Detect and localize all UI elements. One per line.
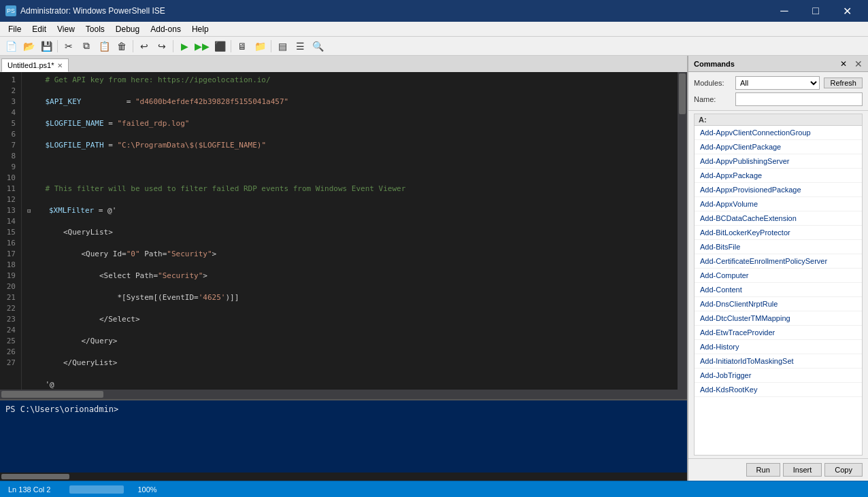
- sep3: [173, 40, 173, 52]
- command-item[interactable]: Add-JobTrigger: [695, 369, 862, 383]
- command-item[interactable]: Add-Computer: [695, 269, 862, 283]
- command-item[interactable]: Add-CertificateEnrollmentPolicyServer: [695, 254, 862, 269]
- command-item[interactable]: Add-History: [695, 340, 862, 354]
- command-item[interactable]: Add-BitLockerKeyProtector: [695, 226, 862, 240]
- commands-close-button[interactable]: ✕: [854, 58, 863, 69]
- menu-help[interactable]: Help: [186, 23, 214, 35]
- commands-filters: Modules: All Refresh Name:: [688, 72, 868, 111]
- zoom-button[interactable]: 🔍: [310, 39, 326, 54]
- refresh-button[interactable]: Refresh: [824, 78, 863, 88]
- command-item[interactable]: Add-InitiatorIdToMaskingSet: [695, 354, 862, 369]
- commands-list[interactable]: A: Add-AppvClientConnectionGroup Add-App…: [694, 114, 863, 456]
- editor-pane: Untitled1.ps1* ✕ 12345 678910 1112131415…: [0, 56, 688, 481]
- menu-addons[interactable]: Add-ons: [145, 23, 186, 35]
- modules-label: Modules:: [694, 79, 731, 87]
- show-commands-button[interactable]: ☰: [292, 39, 308, 54]
- show-script-button[interactable]: ▤: [274, 39, 290, 54]
- toolbar: 📄 📂 💾 ✂ ⧉ 📋 🗑 ↩ ↪ ▶ ▶▶ ⬛ 🖥 📁 ▤ ☰ 🔍: [0, 37, 868, 56]
- command-item[interactable]: Add-DnsClientNrptRule: [695, 297, 862, 311]
- command-item[interactable]: Add-BitsFile: [695, 240, 862, 254]
- name-filter-row: Name:: [694, 92, 863, 106]
- commands-footer: Run Insert Copy: [688, 458, 868, 481]
- menu-file[interactable]: File: [3, 23, 27, 35]
- console-horizontal-scrollbar[interactable]: [0, 473, 687, 481]
- cut-button[interactable]: ✂: [61, 39, 77, 54]
- window-title: Administrator: Windows PowerShell ISE: [20, 6, 769, 16]
- tab-label: Untitled1.ps1*: [7, 61, 54, 69]
- line-col-status: Ln 138 Col 2: [8, 485, 50, 494]
- new-remote-button[interactable]: 🖥: [234, 39, 250, 54]
- sep2: [133, 40, 133, 52]
- maximize-button[interactable]: □: [800, 0, 831, 22]
- open-button[interactable]: 📂: [20, 39, 37, 54]
- run-command-button[interactable]: Run: [746, 463, 780, 477]
- menu-bar: File Edit View Tools Debug Add-ons Help: [0, 22, 868, 37]
- stop-button[interactable]: ⬛: [212, 39, 228, 54]
- name-input[interactable]: [735, 92, 863, 106]
- clear-button[interactable]: 🗑: [114, 39, 130, 54]
- command-item[interactable]: Add-AppxProvisionedPackage: [695, 183, 862, 197]
- command-item[interactable]: Add-AppxVolume: [695, 197, 862, 211]
- run-button[interactable]: ▶: [176, 39, 193, 54]
- console-prompt: PS C:\Users\orionadmin>: [5, 405, 118, 414]
- commands-section-label: A:: [695, 114, 862, 126]
- menu-view[interactable]: View: [52, 23, 80, 35]
- run-selection-button[interactable]: ▶▶: [194, 39, 210, 54]
- copy-button[interactable]: ⧉: [78, 39, 95, 54]
- commands-header: Commands ✕ ✕: [688, 56, 868, 72]
- copy-command-button[interactable]: Copy: [824, 463, 863, 477]
- commands-panel: Commands ✕ ✕ Modules: All Refresh Name: …: [688, 56, 868, 481]
- menu-debug[interactable]: Debug: [110, 23, 145, 35]
- zoom-level: 100%: [137, 485, 156, 494]
- tab-bar: Untitled1.ps1* ✕: [0, 56, 687, 72]
- close-button[interactable]: ✕: [831, 0, 863, 22]
- open-remote-button[interactable]: 📁: [252, 39, 268, 54]
- code-editor[interactable]: 12345 678910 1112131415 1617181920 21222…: [0, 72, 687, 399]
- command-item[interactable]: Add-Content: [695, 283, 862, 297]
- commands-title: Commands: [694, 60, 837, 68]
- editor-tab[interactable]: Untitled1.ps1* ✕: [1, 58, 69, 72]
- sep4: [231, 40, 231, 52]
- command-item[interactable]: Add-AppvClientPackage: [695, 140, 862, 154]
- sep1: [57, 40, 58, 52]
- redo-button[interactable]: ↪: [154, 39, 170, 54]
- minimize-button[interactable]: ─: [769, 0, 800, 22]
- line-numbers: 12345 678910 1112131415 1617181920 21222…: [0, 72, 22, 390]
- main-area: Untitled1.ps1* ✕ 12345 678910 1112131415…: [0, 56, 868, 481]
- command-item[interactable]: Add-DtcClusterTMMapping: [695, 311, 862, 326]
- undo-button[interactable]: ↩: [136, 39, 152, 54]
- command-item[interactable]: Add-BCDataCacheExtension: [695, 211, 862, 226]
- title-bar: PS Administrator: Windows PowerShell ISE…: [0, 0, 868, 22]
- status-bar: Ln 138 Col 2 100%: [0, 481, 868, 497]
- console-text: PS C:\Users\orionadmin>: [0, 400, 687, 418]
- menu-edit[interactable]: Edit: [27, 23, 52, 35]
- code-text[interactable]: # Get API key from here: https://ipgeolo…: [22, 72, 678, 390]
- app-icon: PS: [5, 5, 16, 16]
- sep5: [271, 40, 271, 52]
- code-horizontal-scrollbar[interactable]: [0, 390, 687, 399]
- console-pane[interactable]: PS C:\Users\orionadmin>: [0, 399, 687, 481]
- new-button[interactable]: 📄: [3, 39, 19, 54]
- paste-button[interactable]: 📋: [96, 39, 112, 54]
- command-item[interactable]: Add-AppvPublishingServer: [695, 154, 862, 169]
- tab-close-button[interactable]: ✕: [57, 62, 63, 69]
- command-item[interactable]: Add-EtwTraceProvider: [695, 326, 862, 340]
- insert-command-button[interactable]: Insert: [783, 463, 822, 477]
- command-item[interactable]: Add-AppvClientConnectionGroup: [695, 126, 862, 140]
- code-vertical-scrollbar[interactable]: [678, 72, 687, 390]
- name-label: Name:: [694, 95, 731, 103]
- command-item[interactable]: Add-KdsRootKey: [695, 383, 862, 397]
- modules-filter-row: Modules: All Refresh: [694, 76, 863, 90]
- menu-tools[interactable]: Tools: [80, 23, 110, 35]
- zoom-slider[interactable]: [69, 485, 124, 494]
- command-item[interactable]: Add-AppxPackage: [695, 169, 862, 183]
- commands-panel-icon: ✕: [840, 59, 847, 69]
- modules-dropdown[interactable]: All: [735, 76, 820, 90]
- save-button[interactable]: 💾: [38, 39, 54, 54]
- code-scroll: 12345 678910 1112131415 1617181920 21222…: [0, 72, 687, 390]
- window-controls: ─ □ ✕: [769, 0, 863, 22]
